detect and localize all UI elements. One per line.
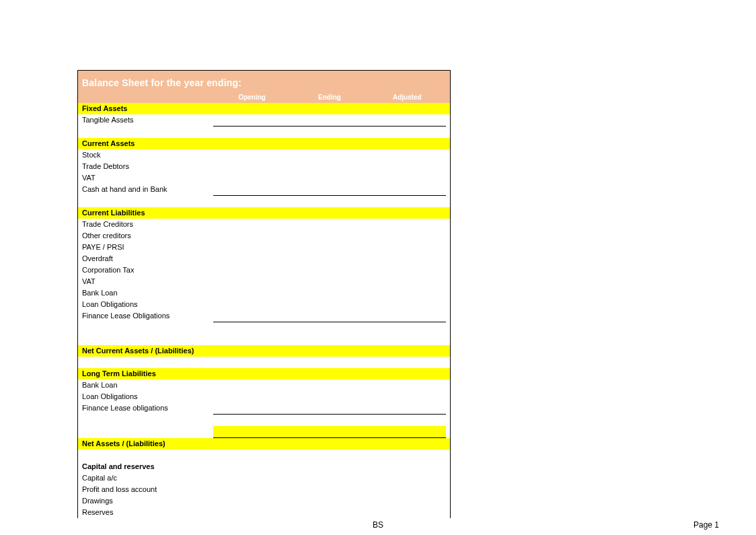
sheet-title: Balance Sheet for the year ending: [82,77,446,88]
section-net-assets: Net Assets / (Liabilities) [78,438,450,450]
section-fixed-assets: Fixed Assets [78,103,450,114]
row-cash: Cash at hand and in Bank [78,184,450,196]
row-corporation-tax: Corporation Tax [78,264,450,276]
yellow-total-bar [78,426,450,438]
section-current-liabilities: Current Liabilities [78,207,450,219]
row-vat-assets: VAT [78,172,450,184]
spacer [78,415,450,426]
row-bank-loan-lt: Bank Loan [78,380,450,391]
section-long-term-liabilities: Long Term Liabilities [78,368,450,380]
col-opening: Opening [213,94,291,101]
row-overdraft: Overdraft [78,253,450,264]
row-trade-debtors: Trade Debtors [78,161,450,172]
row-finance-lease-lt: Finance Lease obligations [78,402,450,415]
spacer [78,334,450,345]
row-loan-obligations-cl: Loan Obligations [78,299,450,310]
row-capital-ac: Capital a/c [78,472,450,484]
section-current-assets: Current Assets [78,138,450,149]
section-capital-reserves: Capital and reserves [78,461,450,472]
spacer [78,196,450,207]
footer-page-number: Page 1 [693,520,719,530]
balance-sheet: Balance Sheet for the year ending: Openi… [77,70,451,518]
row-trade-creditors: Trade Creditors [78,219,450,230]
row-finance-lease-cl: Finance Lease Obligations [78,310,450,322]
section-net-current: Net Current Assets / (Liabilities) [78,345,450,357]
row-bank-loan-cl: Bank Loan [78,287,450,299]
footer-center: BS [0,520,756,530]
row-stock: Stock [78,149,450,161]
spacer [78,450,450,461]
row-paye-prsi: PAYE / PRSI [78,242,450,253]
spacer [78,357,450,368]
sheet-header: Balance Sheet for the year ending: Openi… [78,71,450,103]
row-other-creditors: Other creditors [78,230,450,242]
row-vat-liab: VAT [78,276,450,287]
row-loan-obligations-lt: Loan Obligations [78,391,450,402]
row-tangible-assets: Tangible Assets [78,114,450,127]
col-ending: Ending [291,94,368,101]
spacer [78,322,450,334]
spacer [78,127,450,138]
col-adjusted: Adjusted [369,94,446,101]
row-reserves: Reserves [78,507,450,518]
row-drawings: Drawings [78,495,450,507]
column-headers: Opening Ending Adjusted [82,94,446,101]
row-pl-account: Profit and loss account [78,484,450,495]
